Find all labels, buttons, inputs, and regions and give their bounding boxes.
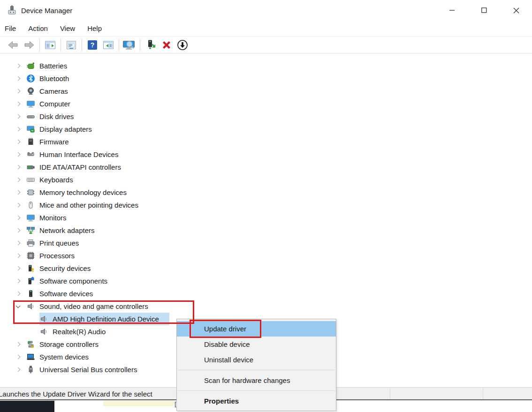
chevron-right-icon[interactable] xyxy=(15,101,21,107)
show-action-pane-icon[interactable] xyxy=(101,38,116,52)
tree-item[interactable]: Security devices xyxy=(0,262,532,275)
tree-item-label: Software components xyxy=(39,277,107,285)
device-manager-app-icon xyxy=(7,5,17,15)
window-title: Device Manager xyxy=(21,7,72,15)
yellow-highlight-block xyxy=(103,401,174,406)
tree-item[interactable]: Bluetooth xyxy=(0,72,532,85)
context-menu-item-update-driver[interactable]: Update driver xyxy=(177,321,336,337)
disable-device-icon[interactable] xyxy=(175,38,190,52)
tree-item-label: AMD High Definition Audio Device xyxy=(53,315,159,323)
menu-view[interactable]: View xyxy=(54,21,81,36)
chevron-right-icon[interactable] xyxy=(15,215,21,221)
chevron-right-icon[interactable] xyxy=(15,354,21,360)
tree-item-label: Universal Serial Bus controllers xyxy=(39,366,137,374)
chevron-right-icon[interactable] xyxy=(15,240,21,246)
title-bar: Device Manager xyxy=(0,0,532,21)
tree-item[interactable]: Keyboards xyxy=(0,173,532,186)
tree-item[interactable]: Human Interface Devices xyxy=(0,148,532,161)
usb-controllers-icon xyxy=(26,365,35,374)
context-menu-item-disable-device[interactable]: Disable device xyxy=(177,337,336,352)
tree-item-label: Storage controllers xyxy=(39,340,99,348)
system-devices-icon xyxy=(26,352,35,361)
tree-item[interactable]: Batteries xyxy=(0,60,532,72)
chevron-right-icon[interactable] xyxy=(15,177,21,183)
toolbar-separator xyxy=(82,39,82,51)
cameras-icon xyxy=(26,87,35,96)
chevron-right-icon[interactable] xyxy=(15,89,21,94)
tree-item-label: Mice and other pointing devices xyxy=(39,201,138,209)
firmware-icon xyxy=(26,137,35,146)
uninstall-device-icon[interactable] xyxy=(159,38,174,52)
chevron-right-icon[interactable] xyxy=(15,63,21,69)
menu-action[interactable]: Action xyxy=(22,21,54,36)
memory-devices-icon xyxy=(26,188,35,197)
tree-item[interactable]: Memory technology devices xyxy=(0,186,532,199)
toolbar-separator xyxy=(61,39,61,51)
minimize-button[interactable] xyxy=(436,0,468,21)
tree-item[interactable]: IDE ATA/ATAPI controllers xyxy=(0,161,532,173)
tree-item-label: Network adapters xyxy=(39,226,95,234)
speaker-icon xyxy=(26,302,35,311)
tree-item-label: Display adapters xyxy=(39,125,92,133)
chevron-down-icon[interactable] xyxy=(15,304,21,309)
chevron-right-icon[interactable] xyxy=(15,76,21,82)
chevron-right-icon[interactable] xyxy=(15,342,21,347)
chevron-right-icon[interactable] xyxy=(15,190,21,195)
update-driver-icon[interactable] xyxy=(143,38,158,52)
tree-item-label: Firmware xyxy=(39,138,69,146)
tree-item[interactable]: Software components xyxy=(0,275,532,287)
back-icon[interactable] xyxy=(6,38,21,52)
tree-item[interactable]: Display adapters xyxy=(0,123,532,135)
help-icon[interactable]: ? xyxy=(85,38,100,52)
context-menu-item-scan-for-hardware-changes[interactable]: Scan for hardware changes xyxy=(177,373,336,388)
tree-item-label: Memory technology devices xyxy=(39,188,127,196)
menu-help[interactable]: Help xyxy=(81,21,108,36)
chevron-right-icon[interactable] xyxy=(15,278,21,284)
tree-item[interactable]: Mice and other pointing devices xyxy=(0,199,532,211)
tree-item-label: Processors xyxy=(39,252,75,260)
chevron-right-icon[interactable] xyxy=(15,266,21,271)
tree-item-label: Human Interface Devices xyxy=(39,150,118,158)
tree-item[interactable]: Software devices xyxy=(0,287,532,300)
chevron-right-icon[interactable] xyxy=(15,127,21,132)
tree-item[interactable]: Processors xyxy=(0,249,532,262)
chevron-right-icon[interactable] xyxy=(15,114,21,120)
chevron-right-icon[interactable] xyxy=(15,165,21,170)
tree-item[interactable]: Disk drives xyxy=(0,110,532,123)
tree-item[interactable]: Monitors xyxy=(0,211,532,224)
black-block xyxy=(0,401,54,412)
tree-item[interactable]: Print queues xyxy=(0,237,532,249)
tree-item[interactable]: Network adapters xyxy=(0,224,532,237)
chevron-right-icon[interactable] xyxy=(15,202,21,208)
storage-controllers-icon xyxy=(26,340,35,349)
chevron-right-icon[interactable] xyxy=(15,291,21,297)
context-menu-item-properties[interactable]: Properties xyxy=(177,393,336,409)
chevron-right-icon[interactable] xyxy=(15,139,21,145)
properties-dialog-icon[interactable] xyxy=(64,38,79,52)
tree-item[interactable]: Computer xyxy=(0,97,532,110)
display-adapters-icon xyxy=(26,125,35,134)
tree-item[interactable]: Firmware xyxy=(0,135,532,148)
show-console-tree-icon[interactable] xyxy=(43,38,58,52)
toolbar-separator xyxy=(39,39,40,51)
forward-icon[interactable] xyxy=(22,38,37,52)
toolbar-separator xyxy=(140,39,140,51)
scan-hardware-icon[interactable] xyxy=(122,38,137,52)
tree-item[interactable]: Cameras xyxy=(0,85,532,97)
status-text: Launches the Update Driver Wizard for th… xyxy=(0,390,152,398)
maximize-button[interactable] xyxy=(468,0,500,21)
context-menu-item-uninstall-device[interactable]: Uninstall device xyxy=(177,352,336,367)
svg-text:?: ? xyxy=(91,41,95,49)
tree-item-label: Bluetooth xyxy=(39,75,69,82)
tree-item-label: Batteries xyxy=(39,62,67,70)
tree-item[interactable]: Sound, video and game controllers xyxy=(0,300,532,313)
menu-file[interactable]: File xyxy=(0,21,22,36)
chevron-right-icon[interactable] xyxy=(15,152,21,157)
chevron-right-icon[interactable] xyxy=(15,228,21,233)
close-button[interactable] xyxy=(500,0,532,21)
chevron-right-icon[interactable] xyxy=(15,253,21,259)
context-menu: Update driverDisable deviceUninstall dev… xyxy=(176,319,336,411)
menu-separator xyxy=(178,370,335,370)
chevron-right-icon[interactable] xyxy=(15,367,21,373)
human-interface-devices-icon xyxy=(26,150,35,159)
